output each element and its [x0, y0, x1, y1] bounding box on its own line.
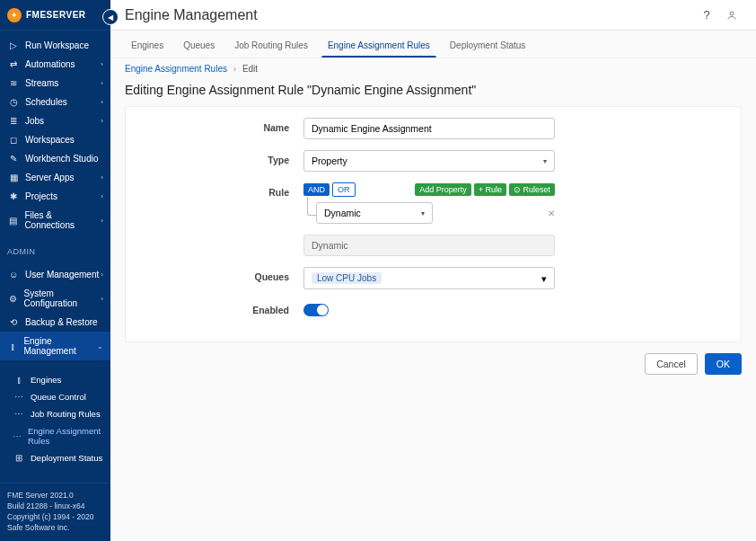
nav-icon: ⋯: [13, 431, 22, 441]
enabled-toggle[interactable]: [303, 304, 329, 316]
rule-and-button[interactable]: AND: [303, 183, 330, 196]
breadcrumb: Engine Assignment Rules › Edit: [110, 58, 756, 79]
sidebar: ✦ FMESERVER ◀ ▷Run Workspace⇄Automations…: [0, 0, 110, 541]
sidebar-item[interactable]: ⫿Engines: [5, 371, 110, 388]
sidebar-item[interactable]: ⋯Queue Control: [5, 388, 110, 405]
rule-summary: Dynamic: [303, 235, 555, 256]
sidebar-item[interactable]: ▷Run Workspace: [0, 36, 110, 55]
add-ruleset-button[interactable]: ⊙ Ruleset: [509, 183, 555, 196]
rule-toolbar: AND OR Add Property + Rule ⊙ Ruleset: [303, 182, 555, 197]
sidebar-collapse-button[interactable]: ◀: [102, 9, 119, 25]
tab[interactable]: Engines: [125, 36, 170, 58]
chevron-icon: ›: [101, 192, 103, 200]
sidebar-item[interactable]: ⫿Engine Management⌄: [0, 332, 110, 360]
user-icon[interactable]: [722, 5, 742, 25]
rule-condition-row: Dynamic ▾ ✕: [316, 202, 555, 224]
add-property-button[interactable]: Add Property: [415, 183, 471, 196]
nav-icon: ⊞: [13, 453, 25, 463]
sidebar-item[interactable]: ✎Workbench Studio: [0, 149, 110, 168]
sidebar-item[interactable]: ◷Schedules›: [0, 93, 110, 111]
nav-icon: ⇄: [7, 59, 20, 69]
sidebar-item[interactable]: ⇄Automations›: [0, 55, 110, 74]
chevron-icon: ›: [101, 270, 103, 279]
caret-down-icon: ▾: [541, 273, 547, 284]
nav-label: Workspaces: [25, 135, 75, 145]
nav-label: Queue Control: [31, 392, 86, 402]
type-select-value: Property: [312, 155, 347, 166]
type-select[interactable]: Property ▾: [303, 150, 555, 172]
version-line: FME Server 2021.0: [7, 491, 103, 501]
sidebar-item[interactable]: ≋Streams›: [0, 74, 110, 93]
help-icon[interactable]: ?: [697, 5, 716, 25]
tab[interactable]: Engine Assignment Rules: [321, 36, 436, 58]
nav-label: Job Routing Rules: [31, 409, 101, 419]
breadcrumb-sep: ›: [233, 64, 236, 74]
tab[interactable]: Queues: [177, 36, 221, 58]
nav-icon: ▷: [7, 40, 20, 50]
nav-label: Automations: [25, 59, 75, 69]
sidebar-item[interactable]: ⋯Job Routing Rules: [5, 405, 110, 422]
sidebar-item[interactable]: ▦Server Apps›: [0, 168, 110, 187]
nav-label: Jobs: [25, 116, 44, 126]
sidebar-item[interactable]: ⊞Deployment Status: [5, 449, 110, 466]
build-line: Build 21288 - linux-x64: [7, 501, 103, 512]
nav-label: Run Workspace: [25, 40, 89, 50]
chevron-icon: ›: [101, 295, 103, 303]
rule-or-button[interactable]: OR: [332, 182, 356, 197]
ok-button[interactable]: OK: [705, 353, 742, 375]
queue-chip[interactable]: Low CPU Jobs: [312, 272, 382, 284]
row-enabled: Enabled: [142, 300, 725, 316]
admin-section-label: ADMIN: [0, 240, 110, 260]
sidebar-item[interactable]: ≣Jobs›: [0, 111, 110, 130]
chevron-icon: ›: [101, 217, 103, 225]
sidebar-item[interactable]: ⚙System Configuration›: [0, 284, 110, 313]
main: Engine Management ? EnginesQueuesJob Rou…: [110, 0, 756, 541]
row-name: Name: [142, 118, 725, 139]
nav-icon: ✱: [7, 191, 20, 201]
nav-label: Workbench Studio: [25, 154, 99, 164]
chevron-icon: ›: [101, 79, 103, 87]
sidebar-item[interactable]: ☺User Management›: [0, 265, 110, 284]
nav-icon: ⫿: [7, 341, 18, 351]
sidebar-item[interactable]: ⋯Engine Assignment Rules: [5, 422, 110, 449]
nav-icon: ⋯: [13, 409, 25, 419]
nav-icon: ⟲: [7, 317, 20, 327]
nav-label: Engines: [31, 375, 61, 385]
topbar: Engine Management ?: [110, 0, 756, 31]
form-heading: Editing Engine Assignment Rule "Dynamic …: [110, 79, 756, 106]
brand-row: ✦ FMESERVER ◀: [0, 0, 110, 31]
chevron-icon: ›: [101, 98, 103, 106]
nav-label: Projects: [25, 191, 57, 201]
name-input[interactable]: [303, 118, 555, 139]
sidebar-item[interactable]: ✱Projects›: [0, 187, 110, 206]
nav-icon: ≋: [7, 78, 20, 88]
sidebar-item[interactable]: ▤Files & Connections›: [0, 206, 110, 235]
copyright-line: Copyright (c) 1994 - 2020: [7, 512, 103, 523]
row-type: Type Property ▾: [142, 150, 725, 172]
nav-label: User Management: [25, 270, 99, 279]
rule-property-select[interactable]: Dynamic ▾: [316, 202, 433, 224]
add-rule-button[interactable]: + Rule: [474, 183, 506, 196]
logo-icon: ✦: [7, 8, 22, 22]
tabs-row: EnginesQueuesJob Routing RulesEngine Ass…: [110, 31, 756, 58]
nav-icon: ◻: [7, 135, 20, 145]
nav-sub: ⫿Engines⋯Queue Control⋯Job Routing Rules…: [0, 366, 110, 472]
nav-main: ▷Run Workspace⇄Automations›≋Streams›◷Sch…: [0, 31, 110, 240]
queues-input[interactable]: Low CPU Jobs ▾: [303, 267, 555, 289]
tab[interactable]: Deployment Status: [444, 36, 532, 58]
nav-label: Engine Management: [23, 336, 97, 356]
sidebar-item[interactable]: ⟲Backup & Restore: [0, 313, 110, 332]
sidebar-item[interactable]: ◻Workspaces: [0, 130, 110, 149]
remove-condition-icon[interactable]: ✕: [548, 208, 555, 218]
page-title: Engine Management: [125, 7, 258, 23]
brand-text: FMESERVER: [26, 10, 86, 20]
caret-down-icon: ▾: [543, 157, 547, 165]
tab[interactable]: Job Routing Rules: [228, 36, 314, 58]
cancel-button[interactable]: Cancel: [645, 353, 698, 375]
nav-icon: ⫿: [13, 375, 25, 385]
label-name: Name: [142, 118, 303, 133]
nav-label: Files & Connections: [24, 210, 101, 230]
caret-down-icon: ▾: [421, 209, 425, 217]
breadcrumb-root[interactable]: Engine Assignment Rules: [125, 64, 227, 74]
svg-point-0: [730, 12, 734, 15]
